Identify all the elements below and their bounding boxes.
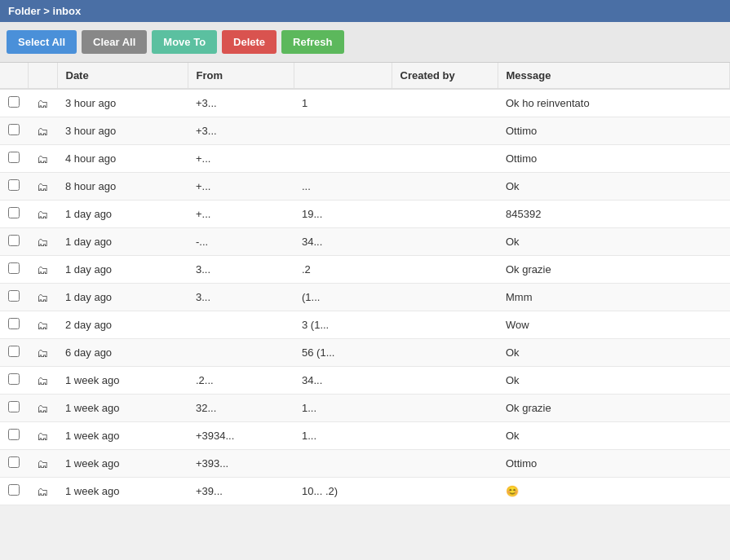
row-message: Ok ho reinventato — [498, 89, 730, 117]
header-icon-cell — [28, 63, 57, 89]
select-all-button[interactable]: Select All — [7, 30, 77, 54]
row-checkbox[interactable] — [8, 290, 20, 302]
refresh-button[interactable]: Refresh — [281, 30, 343, 54]
row-from: 32... — [188, 395, 294, 422]
row-checkbox-cell — [0, 478, 28, 505]
folder-icon[interactable]: 🗂 — [37, 152, 48, 165]
row-date: 3 hour ago — [57, 89, 188, 117]
row-checkbox[interactable] — [8, 207, 20, 218]
header-from: From — [188, 63, 294, 89]
table-row: 🗂1 day ago-...34...Ok — [0, 228, 730, 256]
row-checkbox-cell — [0, 228, 28, 256]
row-checkbox[interactable] — [8, 262, 20, 274]
row-checkbox[interactable] — [8, 179, 20, 191]
row-to: 56 (1... — [294, 339, 392, 367]
toolbar: Select All Clear All Move To Delete Refr… — [0, 22, 730, 63]
row-folder-icon-cell: 🗂 — [28, 395, 57, 422]
delete-button[interactable]: Delete — [222, 30, 277, 54]
folder-icon[interactable]: 🗂 — [37, 374, 48, 387]
row-checkbox-cell — [0, 339, 28, 367]
row-message: 😊 — [498, 478, 730, 505]
folder-icon[interactable]: 🗂 — [37, 402, 48, 415]
row-date: 1 week ago — [57, 450, 188, 478]
row-date: 1 day ago — [57, 256, 188, 284]
row-checkbox[interactable] — [8, 152, 20, 163]
row-created-by — [392, 284, 498, 311]
row-date: 6 day ago — [57, 339, 188, 367]
row-folder-icon-cell: 🗂 — [28, 173, 57, 201]
row-checkbox[interactable] — [8, 96, 20, 108]
folder-icon[interactable]: 🗂 — [37, 236, 48, 249]
folder-icon[interactable]: 🗂 — [37, 291, 48, 304]
row-to: 34... — [294, 228, 392, 256]
folder-icon[interactable]: 🗂 — [37, 457, 48, 470]
folder-icon[interactable]: 🗂 — [37, 125, 48, 138]
row-checkbox[interactable] — [8, 456, 20, 468]
row-folder-icon-cell: 🗂 — [28, 339, 57, 367]
row-checkbox-cell — [0, 117, 28, 145]
folder-icon[interactable]: 🗂 — [37, 97, 48, 110]
row-message: Ottimo — [498, 145, 730, 173]
header-created-by: Created by — [392, 63, 498, 89]
folder-icon[interactable]: 🗂 — [37, 180, 48, 193]
row-checkbox[interactable] — [8, 484, 20, 496]
row-folder-icon-cell: 🗂 — [28, 256, 57, 284]
row-from: 3... — [188, 284, 294, 311]
row-from: +3... — [188, 89, 294, 117]
row-to — [294, 450, 392, 478]
table-row: 🗂1 week ago+39...10... .2)😊 — [0, 478, 730, 505]
row-created-by — [392, 395, 498, 422]
row-created-by — [392, 256, 498, 284]
row-from: 3... — [188, 256, 294, 284]
move-to-button[interactable]: Move To — [152, 30, 217, 54]
row-checkbox[interactable] — [8, 373, 20, 385]
row-checkbox[interactable] — [8, 346, 20, 357]
header-bar: Folder > inbox — [0, 0, 730, 22]
row-checkbox[interactable] — [8, 401, 20, 412]
row-created-by — [392, 201, 498, 228]
row-message: Ok — [498, 173, 730, 201]
row-from — [188, 339, 294, 367]
table-row: 🗂1 week ago32...1...Ok grazie — [0, 395, 730, 422]
row-created-by — [392, 228, 498, 256]
row-checkbox[interactable] — [8, 124, 20, 135]
folder-icon[interactable]: 🗂 — [37, 485, 48, 498]
row-from: +393... — [188, 450, 294, 478]
row-date: 3 hour ago — [57, 117, 188, 145]
row-folder-icon-cell: 🗂 — [28, 367, 57, 395]
row-folder-icon-cell: 🗂 — [28, 311, 57, 339]
clear-all-button[interactable]: Clear All — [82, 30, 147, 54]
row-created-by — [392, 173, 498, 201]
row-folder-icon-cell: 🗂 — [28, 478, 57, 505]
row-checkbox-cell — [0, 284, 28, 311]
row-checkbox[interactable] — [8, 235, 20, 246]
table-row: 🗂2 day ago3 (1...Wow — [0, 311, 730, 339]
row-created-by — [392, 450, 498, 478]
row-to: 1 — [294, 89, 392, 117]
table-row: 🗂1 day ago3...(1...Mmm — [0, 284, 730, 311]
row-checkbox-cell — [0, 450, 28, 478]
row-created-by — [392, 311, 498, 339]
row-checkbox[interactable] — [8, 318, 20, 329]
folder-icon[interactable]: 🗂 — [37, 263, 48, 276]
row-folder-icon-cell: 🗂 — [28, 89, 57, 117]
row-date: 8 hour ago — [57, 173, 188, 201]
row-checkbox[interactable] — [8, 429, 20, 440]
row-from: -... — [188, 228, 294, 256]
folder-icon[interactable]: 🗂 — [37, 346, 48, 359]
table-row: 🗂1 day ago+...19...845392 — [0, 201, 730, 228]
messages-table: Date From Created by Message 🗂3 hour ago… — [0, 63, 730, 505]
row-checkbox-cell — [0, 311, 28, 339]
header-message: Message — [498, 63, 730, 89]
row-to — [294, 117, 392, 145]
folder-icon[interactable]: 🗂 — [37, 319, 48, 332]
folder-icon[interactable]: 🗂 — [37, 430, 48, 443]
header-date: Date — [57, 63, 188, 89]
table-container: Date From Created by Message 🗂3 hour ago… — [0, 63, 730, 505]
breadcrumb: Folder > inbox — [8, 5, 81, 17]
table-row: 🗂3 hour ago+3...Ottimo — [0, 117, 730, 145]
row-created-by — [392, 339, 498, 367]
row-message: Mmm — [498, 284, 730, 311]
table-row: 🗂1 week ago.2...34...Ok — [0, 367, 730, 395]
folder-icon[interactable]: 🗂 — [37, 208, 48, 221]
